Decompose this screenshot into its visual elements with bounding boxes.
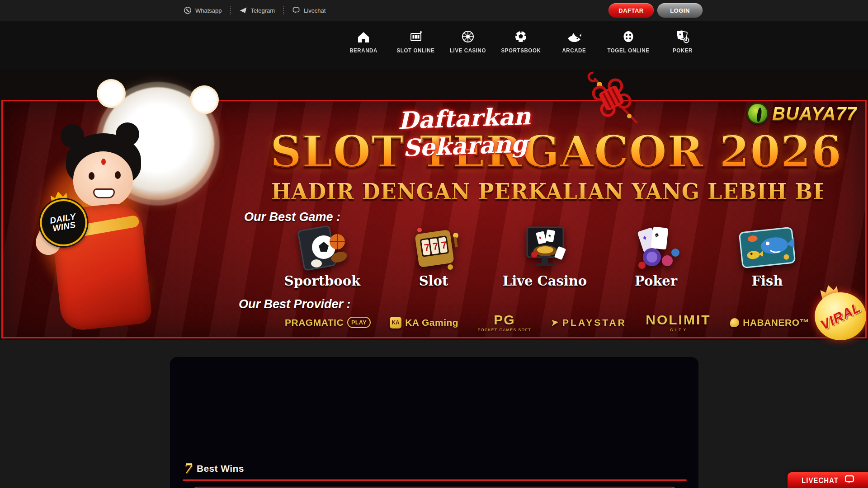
nav-item-togel-online[interactable]: TOGEL ONLINE (607, 27, 649, 53)
livechat-link[interactable]: Livechat (283, 6, 334, 14)
provider-name: PRAGMATIC (285, 317, 344, 328)
telegram-link[interactable]: Telegram (230, 6, 283, 14)
sportbook-art-icon (288, 222, 356, 272)
shark-icon (566, 27, 582, 43)
main-navigation: BERANDA SLOT ONLINE LIVE CASINO SPORTSBO… (0, 21, 868, 69)
nav-label: SPORTSBOOK (501, 47, 541, 53)
game-label: Poker (635, 273, 677, 289)
nav-label: TOGEL ONLINE (607, 47, 649, 53)
soccer-ball-icon (514, 27, 528, 43)
game-label: Live Casino (503, 273, 587, 289)
live-casino-art-icon: ♦♠ (511, 222, 579, 272)
login-button[interactable]: LOGIN (657, 3, 703, 18)
provider-nolimit-city: NOLIMIT C I T Y (646, 313, 711, 332)
nav-items: BERANDA SLOT ONLINE LIVE CASINO SPORTSBO… (344, 27, 702, 53)
nav-item-slot-online[interactable]: SLOT ONLINE (397, 27, 435, 53)
provider-name: NOLIMIT (646, 313, 711, 327)
telegram-icon (239, 6, 247, 14)
game-fish: Fish (712, 222, 823, 289)
auth-buttons: DAFTAR LOGIN (609, 3, 703, 18)
nav-item-live-casino[interactable]: LIVE CASINO (449, 27, 487, 53)
game-live-casino: ♦♠ Live Casino (489, 222, 600, 289)
provider-subname: POCKET GAMES SOFT (478, 328, 531, 332)
site-logo: BUAYA77 (747, 103, 857, 124)
banner-subheadline: HADIR DENGAN PERKALIAN YANG LEBIH BESAR (271, 178, 823, 204)
slot-machine-icon (409, 27, 423, 43)
viral-badge: VIRAL (812, 286, 866, 340)
provider-ka-gaming: KA KA Gaming (390, 317, 458, 328)
best-wins-section: 7 Best Wins (183, 462, 687, 488)
poker-art-icon: ♠♦ (622, 222, 690, 272)
provider-name: HABANERO™ (743, 317, 809, 328)
fish-art-icon (731, 222, 803, 272)
poker-cards-icon: ♥ (675, 27, 690, 43)
provider-pg-soft: PG POCKET GAMES SOFT (478, 313, 531, 332)
telegram-label: Telegram (251, 7, 275, 14)
best-games-row: Sportbook 777 Slot ♦♠ Live Casino ♠♦ Pok… (267, 222, 823, 289)
livechat-icon (292, 6, 300, 14)
whatsapp-label: Whatsapp (195, 7, 222, 14)
nav-item-poker[interactable]: ♥ POKER (664, 27, 702, 53)
nav-item-sportsbook[interactable]: SPORTSBOOK (501, 27, 541, 53)
provider-subname: C I T Y (670, 328, 687, 332)
provider-pragmatic-play: PRAGMATIC PLAY (285, 317, 371, 328)
provider-name: KA Gaming (405, 317, 458, 328)
nav-label: LIVE CASINO (450, 47, 486, 53)
topbar: Whatsapp Telegram Livechat DAFTAR LOGIN (0, 0, 868, 21)
provider-playstar: ➤ PLAYSTAR (551, 317, 627, 328)
whatsapp-link[interactable]: Whatsapp (175, 6, 230, 14)
playstar-plane-icon: ➤ (551, 316, 559, 329)
best-provider-label: Our Best Provider : (239, 297, 351, 311)
brand-name: BUAYA77 (772, 103, 857, 124)
nav-label: ARCADE (562, 47, 586, 53)
home-icon (357, 27, 370, 43)
nav-label: POKER (673, 47, 693, 53)
provider-habanero: HABANERO™ (730, 317, 809, 328)
game-slot: 777 Slot (378, 222, 489, 289)
game-label: Slot (419, 273, 448, 289)
content-panel: 7 Best Wins (170, 357, 698, 488)
habanero-pepper-icon (730, 318, 739, 327)
game-label: Fish (751, 273, 783, 289)
daftar-button[interactable]: DAFTAR (609, 3, 654, 18)
slot-art-icon: 777 (400, 222, 467, 272)
nav-label: SLOT ONLINE (397, 47, 435, 53)
livechat-label: Livechat (304, 7, 326, 14)
nav-item-beranda[interactable]: BERANDA (344, 27, 382, 53)
crocodile-eye-icon (747, 103, 769, 124)
nav-label: BERANDA (349, 47, 377, 53)
provider-name: PLAYSTAR (562, 317, 627, 328)
promo-banner[interactable]: Daftarkan Sekarang SLOT TERGACOR 2026 HA… (0, 69, 868, 340)
contact-links: Whatsapp Telegram Livechat (175, 0, 334, 21)
game-label: Sportbook (284, 273, 360, 289)
daily-wins-badge: DAILY WINS (36, 193, 91, 250)
livechat-button[interactable]: LIVECHAT (788, 472, 868, 488)
viral-label: VIRAL (818, 300, 863, 333)
providers-row: PRAGMATIC PLAY KA KA Gaming PG POCKET GA… (285, 313, 809, 332)
pragmatic-play-pill: PLAY (347, 317, 370, 328)
svg-text:♥: ♥ (679, 33, 681, 37)
ka-dice-icon: KA (390, 317, 401, 328)
provider-name: PG (494, 313, 515, 327)
roulette-icon (461, 27, 475, 43)
red-divider (183, 479, 687, 481)
banner-script-tagline: Daftarkan Sekarang (371, 101, 558, 163)
game-sportbook: Sportbook (267, 222, 378, 289)
whatsapp-icon (184, 6, 192, 14)
lottery-ball-icon (622, 27, 635, 43)
best-wins-title: Best Wins (197, 463, 244, 474)
chat-bubble-icon (845, 475, 854, 485)
nav-item-arcade[interactable]: ARCADE (555, 27, 593, 53)
chinese-knot-ornament (580, 69, 650, 125)
livechat-button-label: LIVECHAT (802, 476, 839, 484)
lucky-seven-icon: 7 (183, 462, 192, 475)
game-poker: ♠♦ Poker (600, 222, 712, 289)
